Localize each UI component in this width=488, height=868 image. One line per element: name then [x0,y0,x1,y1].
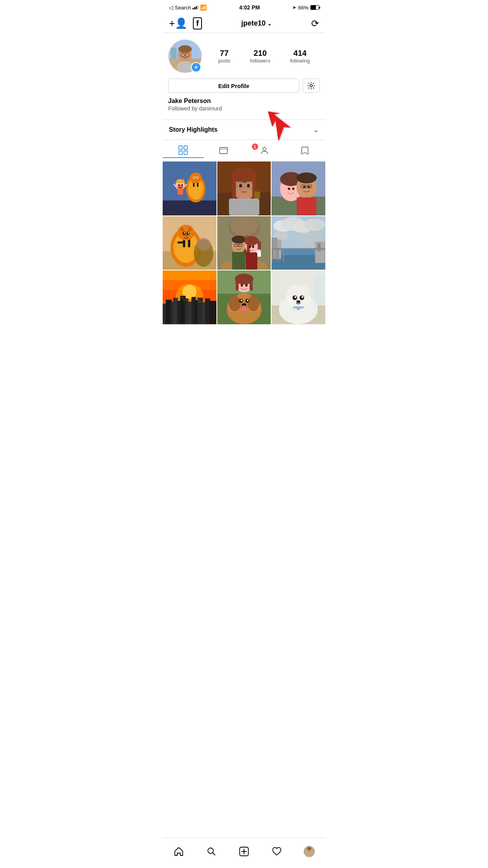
photo-cell[interactable] [217,162,271,215]
svg-rect-112 [246,252,257,270]
svg-point-19 [263,147,266,151]
tab-saved[interactable] [285,143,326,158]
posts-stat[interactable]: 77 posts [218,49,230,64]
top-nav: +👤 f jpete10 ⌄ ⟳ [163,14,325,33]
tabs-bar: 1 [163,140,325,162]
stats-container: 77 posts 210 followers 414 following [208,49,320,64]
svg-point-120 [299,232,322,243]
photo-cell[interactable] [163,216,216,270]
photo-cell[interactable] [272,216,325,270]
photo-image [163,270,216,324]
svg-point-91 [196,238,211,250]
svg-rect-130 [283,250,284,261]
svg-rect-16 [184,151,187,154]
svg-rect-143 [180,296,186,324]
posts-label: posts [218,58,230,64]
photo-image [217,216,271,270]
svg-point-109 [252,245,254,248]
svg-rect-174 [235,279,238,291]
status-left: ◁ Search 📶 [169,4,207,11]
svg-point-193 [295,296,297,298]
svg-point-190 [292,285,306,296]
svg-rect-14 [184,146,187,149]
svg-point-118 [304,219,325,231]
svg-point-70 [308,186,310,188]
svg-rect-22 [163,200,216,215]
photo-cell[interactable] [217,216,271,270]
svg-point-165 [248,296,259,312]
nav-title[interactable]: jpete10 ⌄ [241,19,272,28]
facebook-icon[interactable]: f [193,17,202,29]
wifi-icon: 📶 [200,4,207,11]
svg-rect-79 [178,241,185,243]
following-label: following [290,58,310,64]
svg-marker-12 [265,105,294,141]
svg-rect-55 [254,191,260,199]
svg-rect-198 [314,274,325,305]
photo-cell[interactable] [272,270,325,324]
battery-percent: 66% [298,5,308,11]
svg-rect-54 [229,199,259,215]
svg-point-185 [282,307,296,319]
photo-image [272,270,325,324]
svg-point-56 [254,189,260,192]
svg-rect-127 [272,248,325,250]
back-icon: ◁ [169,4,173,11]
svg-rect-13 [179,146,182,149]
gear-icon [307,82,315,90]
tab-grid[interactable] [163,143,204,158]
svg-rect-3 [171,48,176,59]
add-person-icon[interactable]: +👤 [169,17,187,29]
photo-grid [163,162,325,324]
svg-point-39 [178,184,180,186]
username-label: jpete10 [241,19,266,28]
photo-image [163,216,216,270]
svg-rect-135 [163,270,216,280]
svg-point-197 [297,307,300,310]
photo-image [217,162,271,215]
reels-icon [219,146,228,155]
photo-cell[interactable] [217,270,271,324]
svg-rect-71 [297,197,317,215]
svg-point-169 [247,300,248,302]
svg-rect-175 [250,279,253,291]
settings-button[interactable] [303,79,320,93]
tab-reels[interactable] [204,143,244,158]
svg-point-11 [310,85,312,87]
svg-point-66 [297,173,317,184]
svg-rect-126 [317,243,321,251]
svg-point-102 [231,235,246,243]
svg-point-84 [188,227,191,231]
svg-point-186 [301,307,315,319]
tab-tagged[interactable]: 1 [244,143,285,158]
svg-point-164 [229,296,240,312]
add-story-button[interactable]: + [191,62,201,72]
svg-rect-155 [200,302,200,303]
followers-stat[interactable]: 210 followers [250,49,270,64]
bookmark-icon [300,146,310,155]
photo-cell[interactable] [272,162,325,215]
tagged-badge: 1 [252,143,258,150]
history-icon[interactable]: ⟳ [311,18,319,29]
svg-point-105 [244,236,259,245]
svg-point-89 [184,234,187,237]
status-time: 4:02 PM [239,4,260,11]
edit-profile-button[interactable]: Edit Profile [168,79,299,93]
svg-rect-151 [209,301,216,324]
svg-rect-46 [232,175,236,199]
photo-cell[interactable] [163,162,216,215]
story-highlights-title: Story Highlights [169,126,218,133]
nav-left-icons: +👤 f [169,17,202,29]
svg-point-67 [288,188,290,190]
story-highlights[interactable]: Story Highlights ⌄ [163,120,325,140]
profile-top: + 77 posts 210 followers 414 following [168,39,320,73]
svg-point-177 [245,284,248,287]
following-stat[interactable]: 414 following [290,49,310,64]
svg-rect-153 [183,300,184,301]
profile-section: + 77 posts 210 followers 414 following E… [163,33,325,120]
svg-point-195 [297,300,301,303]
svg-rect-129 [277,250,279,261]
photo-cell[interactable] [163,270,216,324]
avatar-container[interactable]: + [168,39,202,73]
annotation-arrow [265,101,300,141]
